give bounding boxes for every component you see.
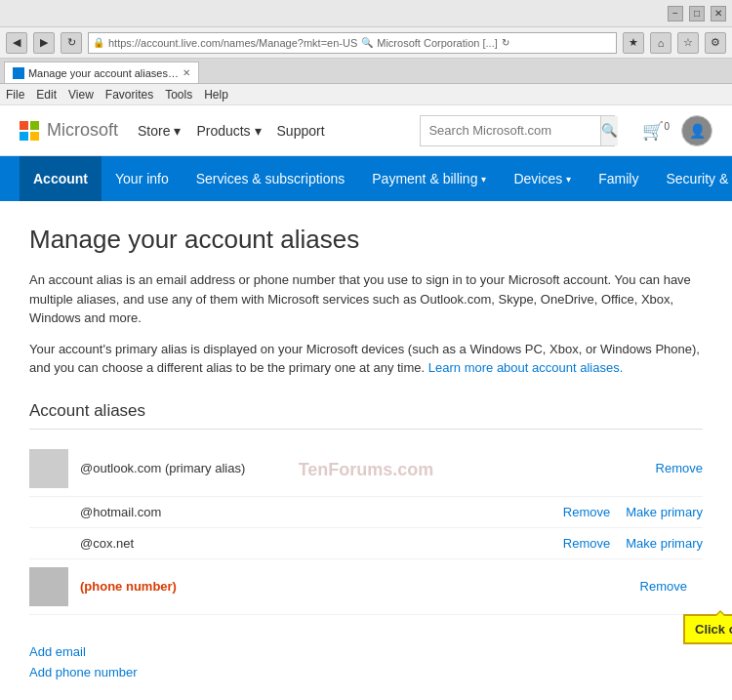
browser-titlebar: − □ ✕ xyxy=(0,0,732,27)
alias-avatar-1 xyxy=(29,449,68,488)
menu-view[interactable]: View xyxy=(68,88,94,102)
alias-email-2: @hotmail.com xyxy=(80,505,563,519)
add-phone-link[interactable]: Add phone number xyxy=(29,665,703,679)
nav-family[interactable]: Family xyxy=(585,156,652,201)
active-tab[interactable]: Manage your account aliases ... ✕ xyxy=(4,62,199,83)
nav-store[interactable]: Store ▾ xyxy=(138,123,181,139)
back-button[interactable]: ◀ xyxy=(6,32,27,54)
alias-email-3: @cox.net xyxy=(80,536,563,551)
menu-tools[interactable]: Tools xyxy=(165,88,192,102)
alias-actions-2: Remove Make primary xyxy=(563,505,703,519)
intro-paragraph-2: Your account's primary alias is displaye… xyxy=(29,340,703,378)
company-text: Microsoft Corporation [...] xyxy=(377,37,498,49)
tools-button[interactable]: ⚙ xyxy=(705,32,726,54)
ms-grid-yellow xyxy=(30,132,39,141)
profile-avatar[interactable]: 👤 xyxy=(681,115,712,146)
alias-row-4: (phone number) Remove Click on xyxy=(29,559,703,615)
remove-alias-2-button[interactable]: Remove xyxy=(563,505,610,519)
main-content: Manage your account aliases An account a… xyxy=(0,201,732,700)
nav-your-info[interactable]: Your info xyxy=(102,156,183,201)
ms-top-nav: Store ▾ Products ▾ Support xyxy=(138,123,325,139)
cart-icon[interactable]: 🛒0 xyxy=(642,120,670,142)
nav-services-subscriptions[interactable]: Services & subscriptions xyxy=(183,156,359,201)
intro-paragraph-1: An account alias is an email address or … xyxy=(29,270,703,328)
menu-favorites[interactable]: Favorites xyxy=(105,88,153,102)
microsoft-header: Microsoft Store ▾ Products ▾ Support 🔍 🛒… xyxy=(0,105,732,156)
remove-alias-4-button[interactable]: Remove xyxy=(640,579,687,594)
make-primary-2-button[interactable]: Make primary xyxy=(626,505,703,519)
search-input[interactable] xyxy=(421,116,600,145)
refresh-icon: ↻ xyxy=(502,37,509,48)
tab-bar: Manage your account aliases ... ✕ xyxy=(0,59,732,84)
ms-grid-green xyxy=(30,121,39,130)
alias-actions-3: Remove Make primary xyxy=(563,536,703,551)
payment-chevron: ▾ xyxy=(481,174,486,185)
browser-toolbar: ◀ ▶ ↻ 🔒 https://account.live.com/names/M… xyxy=(0,27,732,59)
menu-help[interactable]: Help xyxy=(204,88,228,102)
watermark-container: Account aliases TenForums.com @outlook.c… xyxy=(29,401,703,679)
alias-row-1: @outlook.com (primary alias) Remove xyxy=(29,441,703,497)
remove-alias-3-button[interactable]: Remove xyxy=(563,536,610,551)
search-icon: 🔍 xyxy=(361,37,373,48)
forward-button[interactable]: ▶ xyxy=(33,32,55,54)
page-title: Manage your account aliases xyxy=(29,225,703,255)
ms-grid-blue xyxy=(20,132,28,141)
minimize-button[interactable]: − xyxy=(668,6,683,21)
aliases-section-title: Account aliases xyxy=(29,401,703,430)
nav-support[interactable]: Support xyxy=(277,123,325,139)
tab-title: Manage your account aliases ... xyxy=(28,67,179,79)
add-email-link[interactable]: Add email xyxy=(29,644,703,659)
nav-security-privacy[interactable]: Security & privacy xyxy=(652,156,732,201)
add-links: Add email Add phone number xyxy=(29,644,703,679)
refresh-button[interactable]: ↻ xyxy=(61,32,82,54)
favorites-button[interactable]: ☆ xyxy=(677,32,699,54)
nav-payment-billing[interactable]: Payment & billing ▾ xyxy=(358,156,500,201)
alias-actions-4: Remove Click on xyxy=(640,579,703,594)
address-bar[interactable]: 🔒 https://account.live.com/names/Manage?… xyxy=(88,32,617,54)
tab-close-button[interactable]: ✕ xyxy=(183,67,190,78)
favorites-star[interactable]: ★ xyxy=(623,32,644,54)
ms-logo-text: Microsoft xyxy=(47,120,118,141)
nav-devices[interactable]: Devices ▾ xyxy=(500,156,585,201)
menu-bar: File Edit View Favorites Tools Help xyxy=(0,84,732,105)
alias-avatar-4 xyxy=(29,567,68,606)
lock-icon: 🔒 xyxy=(93,37,104,48)
click-on-tooltip: Click on xyxy=(683,614,732,644)
nav-account[interactable]: Account xyxy=(20,156,102,201)
ms-grid-icon xyxy=(20,121,39,141)
alias-email-1: @outlook.com (primary alias) xyxy=(80,461,656,475)
search-bar[interactable]: 🔍 xyxy=(420,115,615,146)
menu-file[interactable]: File xyxy=(6,88,24,102)
search-button[interactable]: 🔍 xyxy=(600,116,618,145)
alias-row-2: @hotmail.com Remove Make primary xyxy=(29,497,703,528)
tab-favicon xyxy=(13,67,24,79)
alias-phone-label: (phone number) xyxy=(80,579,640,594)
remove-alias-1-button[interactable]: Remove xyxy=(656,461,703,475)
devices-chevron: ▾ xyxy=(566,174,571,185)
make-primary-3-button[interactable]: Make primary xyxy=(626,536,703,551)
learn-more-link[interactable]: Learn more about account aliases. xyxy=(428,360,623,375)
microsoft-logo[interactable]: Microsoft xyxy=(20,120,118,141)
restore-button[interactable]: □ xyxy=(689,6,705,21)
nav-products[interactable]: Products ▾ xyxy=(196,123,261,139)
close-button[interactable]: ✕ xyxy=(711,6,726,21)
ms-grid-red xyxy=(20,121,28,130)
url-text: https://account.live.com/names/Manage?mk… xyxy=(108,37,357,49)
account-nav: Account Your info Services & subscriptio… xyxy=(0,156,732,201)
menu-edit[interactable]: Edit xyxy=(36,88,57,102)
alias-row-3: @cox.net Remove Make primary xyxy=(29,528,703,559)
header-icons: 🛒0 👤 xyxy=(642,115,712,146)
home-button[interactable]: ⌂ xyxy=(650,32,671,54)
window-controls[interactable]: − □ ✕ xyxy=(668,6,726,21)
alias-actions-1: Remove xyxy=(656,461,703,475)
